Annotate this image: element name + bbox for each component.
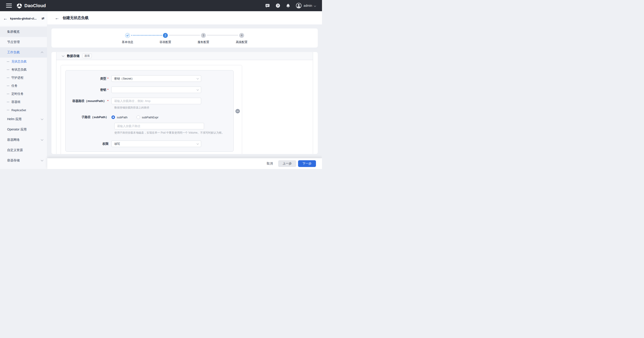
- section-title: 数据存储: [67, 54, 80, 58]
- brand-name: DaoCloud: [24, 3, 46, 8]
- radio-unselected-icon: [136, 115, 140, 119]
- subpath-help-text: 使用子路径挂载本地磁盘，实现在单一 Pod 中重复使用同一个 Volume。不填…: [114, 131, 224, 135]
- page-title: 创建无状态负载: [63, 16, 88, 20]
- data-storage-form: 类型* 密钥（Secret） 密钥*: [56, 60, 313, 154]
- chevron-down-icon: [197, 77, 199, 79]
- check-icon: [126, 34, 129, 37]
- stepper: 基本信息 2 容器配置 3 服务配置 4 高级配置: [52, 29, 318, 48]
- step-1-circle[interactable]: [125, 33, 130, 38]
- dash-icon: [7, 61, 10, 62]
- sidebar: ← kpanda-global-cl... ⇄ 集群概览 节点管理 工作负载 无…: [0, 11, 47, 169]
- subpath-input[interactable]: [114, 123, 204, 129]
- chevron-up-icon: [41, 52, 43, 54]
- chevron-down-icon: [41, 138, 43, 140]
- subpath-label: 子路径（subPath）: [66, 115, 108, 119]
- avatar: [296, 3, 302, 9]
- sidebar-item-workloads[interactable]: 工作负载: [0, 47, 47, 58]
- daocloud-cube-icon: [16, 3, 22, 9]
- dash-icon: [7, 78, 10, 78]
- next-step-button[interactable]: 下一步: [298, 160, 316, 167]
- mountpath-label: 容器路径（mountPath）*: [66, 99, 108, 103]
- sidebar-item-custom-resources[interactable]: 自定义资源: [0, 145, 47, 155]
- sidebar-item-operator-apps[interactable]: Operator 应用: [0, 124, 47, 135]
- svg-text:?: ?: [277, 4, 279, 8]
- help-icon[interactable]: ?: [275, 3, 280, 8]
- sidebar-item-cronjobs[interactable]: 定时任务: [0, 90, 47, 98]
- topbar: DaoCloud ? admin: [0, 0, 322, 11]
- step-3-circle[interactable]: 3: [201, 33, 206, 38]
- secret-field-row: 密钥*: [66, 87, 234, 93]
- chevron-down-icon: [62, 54, 64, 57]
- sidebar-cluster-header: ← kpanda-global-cl... ⇄: [0, 11, 47, 26]
- footer-action-bar: 取消 上一步 下一步: [47, 158, 322, 169]
- step-1-label: 基本信息: [118, 40, 138, 44]
- chevron-down-icon: [197, 142, 199, 144]
- minus-icon: [236, 111, 239, 112]
- subpath-radio-group: subPath subPathExpr: [112, 115, 158, 119]
- hamburger-menu-icon[interactable]: [6, 4, 12, 8]
- stepper-connector-done: [131, 35, 162, 36]
- required-asterisk: *: [108, 88, 108, 91]
- container-config-panel: 数据存储 选填 类型* 密钥（Secret）: [52, 52, 318, 154]
- previous-step-button[interactable]: 上一步: [278, 160, 296, 167]
- subpathexpr-radio[interactable]: subPathExpr: [136, 115, 158, 119]
- sidebar-item-daemonsets[interactable]: 守护进程: [0, 74, 47, 82]
- cluster-back-icon[interactable]: ←: [3, 16, 8, 21]
- optional-badge: 选填: [82, 54, 92, 58]
- chevron-down-icon: [41, 159, 43, 161]
- step-4-label: 高级配置: [232, 40, 252, 44]
- cluster-name[interactable]: kpanda-global-cl...: [10, 17, 39, 20]
- secret-select[interactable]: [112, 87, 201, 93]
- volume-entry-card: 类型* 密钥（Secret） 密钥*: [65, 70, 234, 152]
- permission-label: 权限: [66, 142, 108, 146]
- dash-icon: [7, 110, 10, 110]
- notification-bell-icon[interactable]: [286, 3, 291, 8]
- dash-icon: [7, 102, 10, 102]
- chevron-down-icon: [314, 5, 316, 7]
- sidebar-menu: 集群概览 节点管理 工作负载 无状态负载 有状态负载 守护进程 任务 定时任务 …: [0, 26, 47, 166]
- sidebar-item-container-storage[interactable]: 容器存储: [0, 155, 47, 166]
- cluster-switch-icon[interactable]: ⇄: [42, 16, 44, 20]
- required-asterisk: *: [108, 99, 108, 103]
- sidebar-item-cluster-overview[interactable]: 集群概览: [0, 27, 47, 37]
- sidebar-item-replicasets[interactable]: ReplicaSet: [0, 106, 47, 114]
- subpath-radio[interactable]: subPath: [112, 115, 128, 119]
- sidebar-item-node-management[interactable]: 节点管理: [0, 37, 47, 47]
- screen: DaoCloud ? admin ← kpanda-global-cl...: [0, 0, 322, 169]
- permission-field-row: 权限 读写: [66, 140, 234, 147]
- stepper-connector: [169, 35, 200, 35]
- step-2-circle[interactable]: 2: [163, 33, 168, 38]
- chevron-down-icon: [197, 88, 199, 91]
- type-label: 类型*: [66, 77, 108, 81]
- mountpath-input[interactable]: [112, 98, 201, 104]
- data-storage-collapse-header[interactable]: 数据存储 选填: [56, 52, 313, 60]
- remove-volume-button[interactable]: [236, 109, 240, 113]
- sidebar-item-helm-apps[interactable]: Helm 应用: [0, 114, 47, 124]
- chevron-down-icon: [41, 117, 43, 120]
- data-storage-section: 数据存储 选填 类型* 密钥（Secret）: [56, 52, 313, 154]
- step-4-circle[interactable]: 4: [239, 33, 244, 38]
- sidebar-item-jobs[interactable]: 任务: [0, 82, 47, 90]
- secret-label: 密钥*: [66, 88, 108, 92]
- sidebar-item-container-network[interactable]: 容器网络: [0, 135, 47, 145]
- stepper-connector: [207, 35, 238, 35]
- type-field-row: 类型* 密钥（Secret）: [66, 75, 234, 82]
- permission-select[interactable]: 读写: [112, 140, 201, 147]
- sidebar-item-pods[interactable]: 容器组: [0, 98, 47, 106]
- cancel-button[interactable]: 取消: [267, 161, 273, 166]
- type-select[interactable]: 密钥（Secret）: [112, 75, 201, 82]
- required-asterisk: *: [108, 77, 108, 80]
- message-icon[interactable]: [265, 3, 270, 8]
- username: admin: [304, 4, 312, 8]
- sidebar-item-statefulsets[interactable]: 有状态负载: [0, 66, 47, 74]
- sidebar-item-deployments[interactable]: 无状态负载: [0, 58, 47, 66]
- radio-selected-icon: [112, 115, 115, 119]
- step-2-label: 容器配置: [155, 40, 176, 44]
- page-back-icon[interactable]: ←: [55, 16, 59, 20]
- mountpath-help-text: 数据存储挂载到容器上的路径: [114, 106, 149, 110]
- dash-icon: [7, 70, 10, 70]
- volume-entry-container: 类型* 密钥（Secret） 密钥*: [61, 65, 242, 154]
- subpath-field-row: 子路径（subPath） subPath subPathExpr: [66, 115, 234, 119]
- user-menu[interactable]: admin: [296, 3, 316, 9]
- brand-logo[interactable]: DaoCloud: [16, 3, 46, 9]
